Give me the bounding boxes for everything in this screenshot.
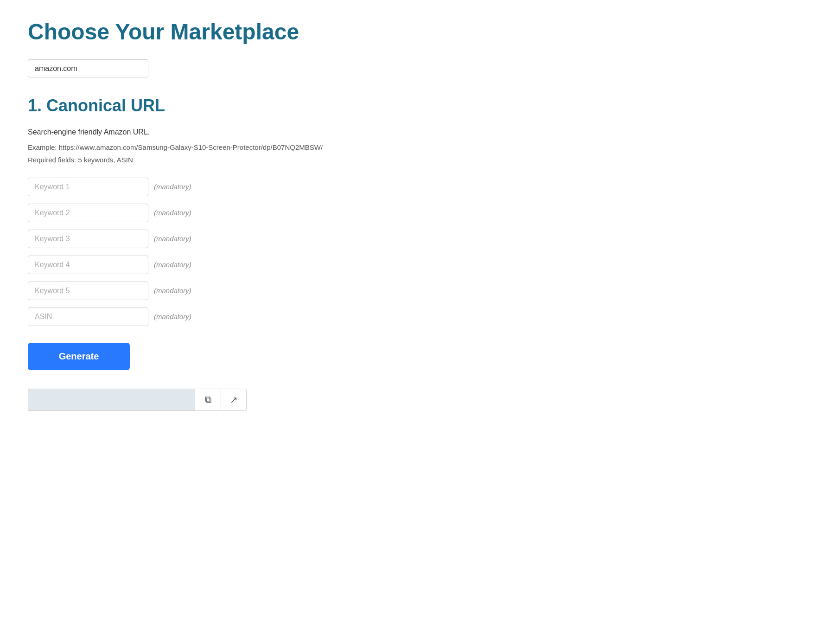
canonical-url-required: Required fields: 5 keywords, ASIN xyxy=(28,156,812,164)
keyword-2-input[interactable] xyxy=(28,204,148,222)
field-row-3: (mandatory) xyxy=(28,256,812,274)
output-area: ⧉ ↗ xyxy=(28,389,812,411)
keyword-1-input-label: (mandatory) xyxy=(154,183,191,191)
keyword-5-input[interactable] xyxy=(28,282,148,300)
open-icon: ↗ xyxy=(230,394,238,405)
keyword-1-input[interactable] xyxy=(28,178,148,196)
keyword-4-input-label: (mandatory) xyxy=(154,261,191,269)
asin-input[interactable] xyxy=(28,308,148,326)
field-row-5: (mandatory) xyxy=(28,308,812,326)
field-row-1: (mandatory) xyxy=(28,204,812,222)
output-box xyxy=(28,389,195,411)
keyword-2-input-label: (mandatory) xyxy=(154,209,191,217)
field-row-0: (mandatory) xyxy=(28,178,812,196)
copy-icon: ⧉ xyxy=(205,394,211,405)
open-button[interactable]: ↗ xyxy=(221,389,247,411)
asin-input-label: (mandatory) xyxy=(154,313,191,320)
keyword-fields-container: (mandatory)(mandatory)(mandatory)(mandat… xyxy=(28,178,812,326)
generate-button[interactable]: Generate xyxy=(28,343,130,370)
keyword-3-input[interactable] xyxy=(28,230,148,248)
page-title: Choose Your Marketplace xyxy=(28,19,812,45)
keyword-3-input-label: (mandatory) xyxy=(154,235,191,243)
keyword-5-input-label: (mandatory) xyxy=(154,287,191,295)
keyword-4-input[interactable] xyxy=(28,256,148,274)
canonical-url-description: Search-engine friendly Amazon URL. xyxy=(28,127,812,138)
marketplace-select[interactable]: amazon.comamazon.co.ukamazon.deamazon.fr… xyxy=(28,59,148,77)
copy-button[interactable]: ⧉ xyxy=(195,389,221,411)
canonical-url-example: Example: https://www.amazon.com/Samsung-… xyxy=(28,143,812,151)
field-row-2: (mandatory) xyxy=(28,230,812,248)
field-row-4: (mandatory) xyxy=(28,282,812,300)
canonical-url-heading: 1. Canonical URL xyxy=(28,96,812,115)
